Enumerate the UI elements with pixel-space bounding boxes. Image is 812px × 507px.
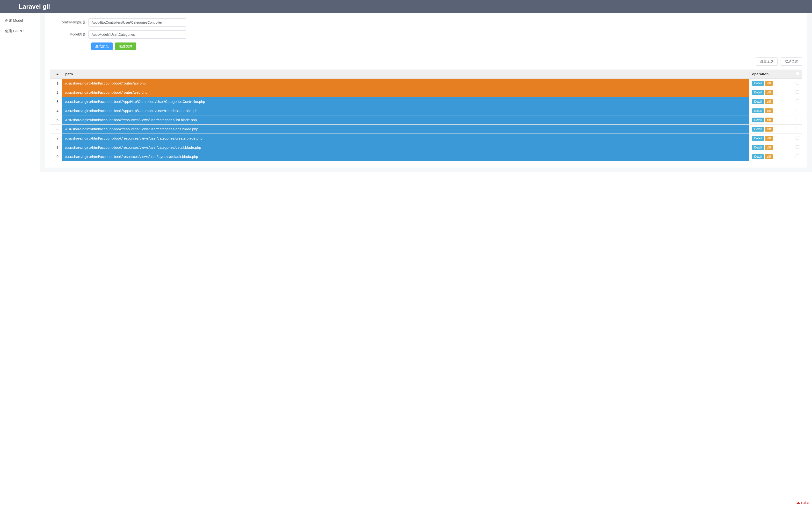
row-checkbox[interactable] xyxy=(796,81,799,84)
controller-input[interactable] xyxy=(89,18,186,26)
detail-button[interactable]: Detail xyxy=(752,99,764,104)
diff-button[interactable]: diff xyxy=(765,154,773,159)
row-checkbox[interactable] xyxy=(796,118,799,121)
cell-check xyxy=(792,79,802,88)
cell-check xyxy=(792,134,802,143)
detail-button[interactable]: Detail xyxy=(752,118,764,122)
table-row: 2/usr/share/nginx/html/account-book/rout… xyxy=(50,88,802,97)
cell-check xyxy=(792,115,802,125)
table-row: 1/usr/share/nginx/html/account-book/rout… xyxy=(50,79,802,88)
cell-path: /usr/share/nginx/html/account-book/resou… xyxy=(62,134,749,143)
cell-path: /usr/share/nginx/html/account-book/route… xyxy=(62,79,749,88)
form-row-model: Model类名 xyxy=(50,31,802,39)
table-row: 9/usr/share/nginx/html/account-book/reso… xyxy=(50,152,802,161)
diff-button[interactable]: diff xyxy=(765,99,773,104)
cell-num: 3 xyxy=(50,97,62,106)
th-num: # xyxy=(50,69,62,79)
create-button[interactable]: 创建文件 xyxy=(115,43,136,50)
diff-button[interactable]: diff xyxy=(765,127,773,131)
row-checkbox[interactable] xyxy=(796,100,799,103)
diff-button[interactable]: diff xyxy=(765,145,773,150)
cell-operation: Detaildiff xyxy=(749,97,792,106)
main-container: 创建 Model 创建 CURD controller控制器 Model类名 生… xyxy=(0,13,812,172)
preview-button[interactable]: 生成预览 xyxy=(91,43,113,50)
detail-button[interactable]: Detail xyxy=(752,90,764,95)
controller-label: controller控制器 xyxy=(50,20,89,24)
files-tbody: 1/usr/share/nginx/html/account-book/rout… xyxy=(50,79,802,161)
app-header: Laravel gii xyxy=(0,0,812,13)
cell-path: /usr/share/nginx/html/account-book/resou… xyxy=(62,125,749,134)
detail-button[interactable]: Detail xyxy=(752,127,764,131)
cell-path: /usr/share/nginx/html/account-book/App/H… xyxy=(62,106,749,115)
table-row: 3/usr/share/nginx/html/account-book/App/… xyxy=(50,97,802,106)
cell-check xyxy=(792,88,802,97)
table-row: 8/usr/share/nginx/html/account-book/reso… xyxy=(50,143,802,152)
detail-button[interactable]: Detail xyxy=(752,154,764,159)
row-checkbox[interactable] xyxy=(796,90,799,94)
cell-num: 1 xyxy=(50,79,62,88)
detail-button[interactable]: Detail xyxy=(752,136,764,141)
detail-button[interactable]: Detail xyxy=(752,81,764,86)
cell-path: /usr/share/nginx/html/account-book/resou… xyxy=(62,143,749,152)
table-top-actions: 设置全选 取消全选 xyxy=(50,57,802,66)
cell-path: /usr/share/nginx/html/account-book/App/H… xyxy=(62,97,749,106)
th-path: path xyxy=(62,69,749,79)
sidebar-item-create-curd[interactable]: 创建 CURD xyxy=(0,26,40,36)
row-checkbox[interactable] xyxy=(796,155,799,158)
header-checkbox[interactable] xyxy=(796,72,799,75)
th-operation: operation xyxy=(749,69,792,79)
th-check xyxy=(792,69,802,79)
cell-num: 7 xyxy=(50,134,62,143)
diff-button[interactable]: diff xyxy=(765,81,773,86)
row-checkbox[interactable] xyxy=(796,145,799,149)
cell-num: 4 xyxy=(50,106,62,115)
form-row-controller: controller控制器 xyxy=(50,18,802,26)
diff-button[interactable]: diff xyxy=(765,136,773,141)
cell-operation: Detaildiff xyxy=(749,115,792,125)
cell-num: 8 xyxy=(50,143,62,152)
cell-path: /usr/share/nginx/html/account-book/resou… xyxy=(62,152,749,161)
row-checkbox[interactable] xyxy=(796,127,799,130)
table-row: 6/usr/share/nginx/html/account-book/reso… xyxy=(50,125,802,134)
cell-path: /usr/share/nginx/html/account-book/resou… xyxy=(62,115,749,125)
app-title: Laravel gii xyxy=(19,3,50,10)
cell-path: /usr/share/nginx/html/account-book/route… xyxy=(62,88,749,97)
sidebar: 创建 Model 创建 CURD xyxy=(0,13,40,172)
form-buttons: 生成预览 创建文件 xyxy=(50,43,802,50)
detail-button[interactable]: Detail xyxy=(752,108,764,113)
cell-num: 2 xyxy=(50,88,62,97)
sidebar-item-label: 创建 CURD xyxy=(5,29,24,33)
cell-operation: Detaildiff xyxy=(749,143,792,152)
cell-check xyxy=(792,97,802,106)
files-table: # path operation 1/usr/share/nginx/html/… xyxy=(50,69,802,161)
cell-operation: Detaildiff xyxy=(749,79,792,88)
row-checkbox[interactable] xyxy=(796,109,799,112)
table-row: 7/usr/share/nginx/html/account-book/reso… xyxy=(50,134,802,143)
main-content: controller控制器 Model类名 生成预览 创建文件 设置全选 取消全… xyxy=(40,13,812,172)
select-all-button[interactable]: 设置全选 xyxy=(756,57,778,66)
model-label: Model类名 xyxy=(50,32,89,37)
deselect-all-button[interactable]: 取消全选 xyxy=(780,57,802,66)
cell-operation: Detaildiff xyxy=(749,134,792,143)
row-checkbox[interactable] xyxy=(796,136,799,139)
cell-operation: Detaildiff xyxy=(749,152,792,161)
detail-button[interactable]: Detail xyxy=(752,145,764,150)
cell-check xyxy=(792,125,802,134)
content-card: controller控制器 Model类名 生成预览 创建文件 设置全选 取消全… xyxy=(45,13,807,168)
diff-button[interactable]: diff xyxy=(765,90,773,95)
cell-check xyxy=(792,143,802,152)
model-input[interactable] xyxy=(89,31,186,39)
sidebar-item-label: 创建 Model xyxy=(5,18,23,22)
diff-button[interactable]: diff xyxy=(765,118,773,122)
table-row: 5/usr/share/nginx/html/account-book/reso… xyxy=(50,115,802,125)
cell-check xyxy=(792,152,802,161)
cell-num: 6 xyxy=(50,125,62,134)
diff-button[interactable]: diff xyxy=(765,108,773,113)
cell-operation: Detaildiff xyxy=(749,106,792,115)
table-row: 4/usr/share/nginx/html/account-book/App/… xyxy=(50,106,802,115)
sidebar-item-create-model[interactable]: 创建 Model xyxy=(0,15,40,26)
cell-num: 9 xyxy=(50,152,62,161)
cell-operation: Detaildiff xyxy=(749,88,792,97)
cell-num: 5 xyxy=(50,115,62,125)
cell-check xyxy=(792,106,802,115)
